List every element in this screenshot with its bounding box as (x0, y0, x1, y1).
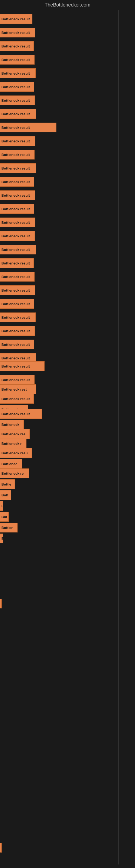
bottleneck-bar: Bottleneck result (0, 109, 36, 119)
bottleneck-bar: Bottleneck result (0, 326, 35, 336)
bottleneck-bar: Bottleneck result (0, 218, 35, 227)
bar-label: Bottleneck result (1, 220, 30, 225)
bar-label: Bottleneck r (1, 442, 21, 446)
bottleneck-bar: Bottleneck result (0, 285, 35, 295)
bottleneck-bar: B (0, 533, 3, 543)
bar-label: Bottleneck result (1, 126, 30, 130)
bar-label: Bottleneck result (1, 85, 30, 89)
bottleneck-bar: Bottleneck res (0, 429, 30, 439)
bar-label: Bottleneck result (1, 356, 30, 360)
bottleneck-bar: Bottleneck result (0, 136, 35, 146)
bottleneck-bar: Bottle (0, 479, 15, 489)
bar-label: Bottleneck result (1, 378, 30, 382)
bottleneck-bar: Bottleneck result (0, 394, 34, 404)
bottleneck-bar: Bottleneck result (0, 41, 34, 51)
bar-label: Bottleneck result (1, 329, 30, 333)
bottleneck-bar: Bottlenec (0, 459, 22, 469)
bar-label: Bottleneck result (1, 112, 30, 116)
bottleneck-bar: B (0, 501, 3, 511)
bar-label: Bottleneck result (1, 275, 30, 279)
bottleneck-bar: Bottleneck result (0, 245, 36, 254)
bar-label: Bottleneck res (1, 432, 26, 436)
bar-label: Bottleneck re (1, 471, 24, 475)
bottleneck-bar: Bottleneck result (0, 55, 35, 65)
bar-label: Bottleneck result (1, 364, 30, 368)
bar-label: Bottleneck result (1, 412, 30, 416)
bottleneck-bar: Bottleneck result (0, 177, 34, 187)
bar-label: Bottleneck result (1, 288, 30, 292)
bar-label: Bottleneck result (1, 343, 30, 347)
bar-label: Bottle (1, 482, 11, 486)
bottleneck-bar: Bottleneck result (0, 150, 35, 159)
bar-label: B (1, 536, 3, 540)
bar-label: Bottleneck result (1, 71, 30, 75)
bar-label: Bottleneck result (1, 207, 30, 211)
bottleneck-bar: Bottleneck result (0, 312, 36, 322)
bottleneck-bar: Bottleneck result (0, 375, 35, 384)
bar-label: Bottleneck result (1, 31, 30, 35)
bar-label: Bottleneck result (1, 166, 30, 170)
bar-label: Bottlenec (1, 462, 17, 466)
bar-label: | (1, 601, 2, 606)
bottleneck-bar: Bottleneck (0, 420, 24, 429)
bar-label: Bottleneck result (1, 58, 30, 62)
bar-label: Bottleneck result (1, 17, 30, 21)
bar-label: Bottleneck result (1, 44, 30, 48)
bottleneck-bar: Bottleneck result (0, 299, 34, 309)
bar-label: Bot (1, 515, 7, 519)
bottleneck-bar: Bott (0, 490, 11, 500)
bottleneck-bar: Bot (0, 512, 9, 522)
bar-label: B (1, 504, 3, 508)
bottleneck-bar: | (0, 843, 2, 852)
bottleneck-bar: Bottleneck result (0, 123, 56, 132)
bar-label: Bottleneck result (1, 248, 30, 252)
bar-label: Bottleneck result (1, 315, 30, 319)
bottleneck-bar: Bottleneck result (0, 272, 35, 282)
bar-label: Bottleneck result (1, 139, 30, 143)
bottleneck-bar: Bottleneck result (0, 28, 35, 37)
bar-label: Bottleneck resu (1, 451, 28, 455)
bottleneck-bar: Bottleneck re (0, 468, 29, 478)
bar-label: Bottleneck result (1, 98, 30, 102)
bar-label: Bottleneck rest (1, 388, 27, 392)
bottleneck-bar: Bottleneck result (0, 340, 34, 349)
chart-area: Bottleneck resultBottleneck resultBottle… (0, 10, 135, 865)
bar-label: Bottleneck result (1, 261, 30, 265)
bottleneck-bar: Bottleneck result (0, 258, 34, 268)
bottleneck-bar: Bottleneck result (0, 82, 34, 92)
bottleneck-bar: Bottleneck result (0, 95, 35, 105)
bar-label: Bott (1, 493, 8, 497)
bottleneck-bar: Bottlen (0, 523, 17, 532)
bar-label: Bottleneck result (1, 397, 30, 401)
bar-label: Bottleneck result (1, 153, 30, 157)
bottleneck-bar: Bottleneck result (0, 163, 36, 173)
bar-label: Bottlen (1, 526, 13, 530)
site-title: TheBottlenecker.com (0, 0, 135, 10)
bar-label: Bottleneck result (1, 234, 30, 238)
bar-label: Bottleneck result (1, 193, 30, 197)
bottleneck-bar: Bottleneck result (0, 409, 42, 419)
bottleneck-bar: Bottleneck rest (0, 384, 36, 394)
bar-label: Bottleneck (1, 423, 19, 427)
axis-line (119, 10, 119, 865)
bar-label: Bottleneck result (1, 302, 30, 306)
bottleneck-bar: Bottleneck result (0, 14, 32, 24)
bar-label: | (1, 846, 2, 850)
bottleneck-bar: Bottleneck r (0, 439, 27, 448)
bottleneck-bar: Bottleneck result (0, 231, 35, 241)
bottleneck-bar: Bottleneck result (0, 204, 34, 214)
bottleneck-bar: Bottleneck result (0, 190, 35, 200)
bottleneck-bar: Bottleneck result (0, 68, 36, 78)
bottleneck-bar: | (0, 599, 2, 609)
bottleneck-bar: Bottleneck resu (0, 448, 32, 458)
bottleneck-bar: Bottleneck result (0, 361, 45, 371)
bar-label: Bottleneck result (1, 180, 30, 184)
